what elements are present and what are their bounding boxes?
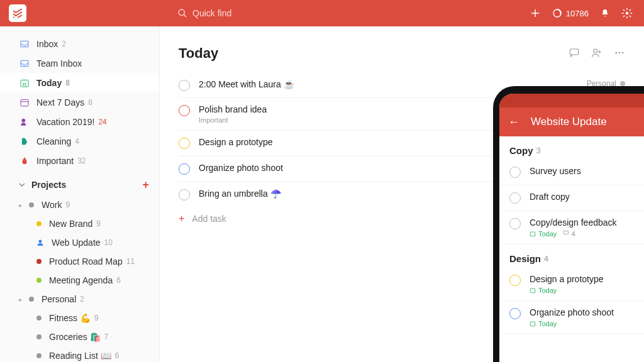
calendar-icon xyxy=(530,321,536,327)
project-color-dot xyxy=(29,202,34,207)
nav-label: Next 7 Days xyxy=(36,97,84,107)
phone-task-row[interactable]: Copy/design feedback Today 4 xyxy=(499,211,644,244)
task-checkbox[interactable] xyxy=(509,275,521,286)
nav-label: Today xyxy=(36,78,62,88)
project-name: Groceries 🛍️ xyxy=(49,332,101,342)
chevron-right-icon: ▸ xyxy=(19,202,26,209)
svg-point-14 xyxy=(622,52,624,53)
app-logo[interactable] xyxy=(9,4,26,22)
project-color-dot xyxy=(36,315,42,321)
nav-count: 32 xyxy=(77,156,86,165)
notifications-button[interactable] xyxy=(600,8,610,18)
task-due: Today 4 xyxy=(530,230,644,238)
section-count: 4 xyxy=(544,254,548,263)
team-icon xyxy=(19,58,30,69)
phone-task-row[interactable]: Draft copy xyxy=(499,185,644,211)
add-task-button[interactable] xyxy=(530,8,541,19)
karma-value: 10786 xyxy=(566,9,589,18)
phone-task-row[interactable]: Survey users xyxy=(499,160,644,185)
phone-task-row[interactable]: Organize photo shoot Today xyxy=(499,301,644,334)
nav-important[interactable]: Important32 xyxy=(0,151,159,170)
add-project-button[interactable]: + xyxy=(142,178,149,192)
task-due: Today xyxy=(530,320,644,327)
svg-point-3 xyxy=(626,12,629,15)
project-group[interactable]: ▸Work9 xyxy=(0,195,159,214)
svg-line-1 xyxy=(184,14,186,17)
svg-point-0 xyxy=(179,9,184,15)
project-count: 6 xyxy=(116,276,121,285)
chat-icon xyxy=(563,230,569,236)
chevron-down-icon xyxy=(19,180,25,190)
task-checkbox[interactable] xyxy=(509,218,521,229)
section-title: Copy xyxy=(509,145,533,156)
project-name: New Brand xyxy=(49,219,92,229)
project-item[interactable]: New Brand9 xyxy=(0,214,159,233)
phone-section-header[interactable]: Copy3 xyxy=(499,136,644,160)
search-icon xyxy=(177,8,187,18)
svg-rect-10 xyxy=(570,49,579,55)
task-checkbox[interactable] xyxy=(179,138,190,149)
task-checkbox[interactable] xyxy=(509,167,521,178)
svg-rect-28 xyxy=(564,231,569,234)
task-checkbox[interactable] xyxy=(179,189,190,200)
nav-vacation[interactable]: Vacation 2019!24 xyxy=(0,112,159,131)
karma-icon xyxy=(552,8,562,18)
karma-indicator[interactable]: 10786 xyxy=(552,8,589,18)
project-color-dot xyxy=(36,221,42,226)
comments-button[interactable] xyxy=(569,47,580,60)
more-button[interactable] xyxy=(614,47,625,60)
task-checkbox[interactable] xyxy=(509,308,521,319)
nav-count: 4 xyxy=(75,137,79,146)
phone-status-bar: 08:32 xyxy=(499,94,644,107)
nav-count: 8 xyxy=(65,79,70,87)
add-person-icon xyxy=(591,47,602,58)
task-due: Today xyxy=(530,287,644,294)
project-group[interactable]: ▸Personal2 xyxy=(0,290,159,309)
nav-next7[interactable]: Next 7 Days8 xyxy=(0,92,159,112)
share-button[interactable] xyxy=(591,47,602,60)
page-title: Today xyxy=(179,45,218,62)
task-checkbox[interactable] xyxy=(179,163,190,175)
back-button[interactable]: ← xyxy=(508,116,519,129)
quick-find[interactable]: Quick find xyxy=(177,8,231,18)
project-color-dot xyxy=(620,81,625,86)
bell-icon xyxy=(600,8,610,18)
svg-point-8 xyxy=(21,118,25,122)
gear-icon xyxy=(621,8,633,19)
next7-icon xyxy=(19,97,30,107)
settings-button[interactable] xyxy=(621,8,633,19)
svg-rect-27 xyxy=(530,232,535,236)
task-title: Design a prototype xyxy=(199,137,539,147)
task-checkbox[interactable] xyxy=(509,192,521,204)
project-item[interactable]: Fitness 💪9 xyxy=(0,309,159,327)
task-checkbox[interactable] xyxy=(179,80,190,91)
svg-point-9 xyxy=(39,240,42,243)
nav-inbox[interactable]: Inbox2 xyxy=(0,34,159,53)
chevron-right-icon: ▸ xyxy=(19,296,26,303)
project-name: Personal xyxy=(42,294,76,304)
project-item[interactable]: Groceries 🛍️7 xyxy=(0,327,159,346)
phone-section-header[interactable]: Design4 xyxy=(499,244,644,268)
task-checkbox[interactable] xyxy=(179,105,190,116)
project-color-dot xyxy=(36,353,42,358)
project-name: Work xyxy=(42,200,62,210)
svg-rect-6 xyxy=(21,99,28,106)
projects-header[interactable]: Projects+ xyxy=(0,174,159,195)
project-name: Fitness 💪 xyxy=(49,313,91,323)
nav-label: Team Inbox xyxy=(36,58,82,69)
nav-team[interactable]: Team Inbox xyxy=(0,53,159,73)
project-item[interactable]: Product Road Map11 xyxy=(0,252,159,271)
project-item[interactable]: Meeting Agenda6 xyxy=(0,271,159,290)
project-color-dot xyxy=(36,259,42,264)
project-name: Meeting Agenda xyxy=(49,275,113,285)
chat-icon xyxy=(569,47,580,58)
project-item[interactable]: Web Update10 xyxy=(0,233,159,252)
phone-task-row[interactable]: Design a prototype Today xyxy=(499,268,644,301)
phone-appbar: ← Website Update xyxy=(499,107,644,136)
project-item[interactable]: Reading List 📖6 xyxy=(0,346,159,362)
nav-cleaning[interactable]: Cleaning4 xyxy=(0,131,159,151)
comment-count: 4 xyxy=(563,230,575,238)
calendar-icon xyxy=(530,287,536,293)
section-count: 3 xyxy=(536,146,541,155)
nav-today[interactable]: 21Today8 xyxy=(0,73,159,92)
